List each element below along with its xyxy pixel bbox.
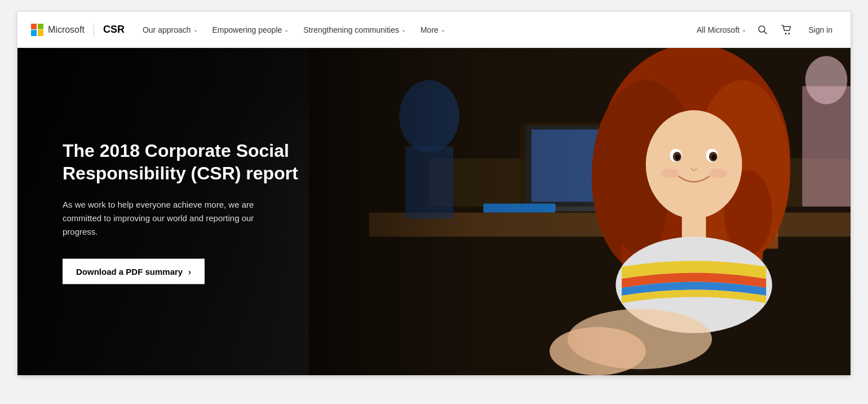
site-header: Microsoft CSR Our approach ⌄ Empowering …: [17, 12, 851, 48]
header-right: All Microsoft ⌄ Sign in: [697, 22, 837, 38]
hero-content: The 2018 Corporate Social Responsibility…: [63, 139, 333, 284]
ms-logo-red: [31, 24, 37, 29]
sign-in-link[interactable]: Sign in: [804, 23, 837, 37]
all-microsoft-dropdown[interactable]: All Microsoft ⌄: [697, 25, 746, 34]
cart-icon: [781, 24, 792, 36]
microsoft-logo-link[interactable]: Microsoft: [31, 24, 85, 36]
ms-logo-green: [38, 24, 43, 29]
nav-strengthening-communities-label: Strengthening communities: [303, 25, 399, 34]
chevron-down-icon: ⌄: [193, 27, 198, 33]
cart-button[interactable]: [779, 22, 795, 38]
chevron-down-icon: ⌄: [742, 27, 746, 33]
nav-empowering-people[interactable]: Empowering people ⌄: [206, 21, 296, 39]
nav-our-approach[interactable]: Our approach ⌄: [136, 21, 205, 39]
chevron-down-icon: ⌄: [401, 27, 406, 33]
microsoft-name: Microsoft: [48, 25, 85, 35]
nav-empowering-people-label: Empowering people: [212, 25, 282, 34]
arrow-icon: ›: [188, 267, 191, 276]
hero-subtitle: As we work to help everyone achieve more…: [63, 198, 288, 239]
nav-strengthening-communities[interactable]: Strengthening communities ⌄: [296, 21, 413, 39]
ms-logo-yellow: [38, 30, 43, 36]
nav-more[interactable]: More ⌄: [414, 21, 452, 39]
svg-point-3: [789, 33, 790, 34]
csr-label: CSR: [103, 24, 125, 36]
page-wrapper: Microsoft CSR Our approach ⌄ Empowering …: [17, 11, 851, 376]
all-microsoft-label: All Microsoft: [697, 25, 739, 34]
header-divider: [94, 23, 94, 37]
download-pdf-label: Download a PDF summary: [76, 267, 183, 276]
hero-section: The 2018 Corporate Social Responsibility…: [17, 48, 851, 375]
search-icon: [758, 25, 768, 35]
nav-more-label: More: [420, 25, 439, 34]
download-pdf-button[interactable]: Download a PDF summary ›: [63, 259, 205, 284]
search-button[interactable]: [755, 23, 770, 37]
svg-point-2: [785, 33, 787, 34]
main-nav: Our approach ⌄ Empowering people ⌄ Stren…: [136, 21, 452, 39]
header-left: Microsoft CSR Our approach ⌄ Empowering …: [31, 21, 452, 39]
chevron-down-icon: ⌄: [284, 27, 289, 33]
hero-title: The 2018 Corporate Social Responsibility…: [63, 139, 333, 185]
nav-our-approach-label: Our approach: [143, 25, 191, 34]
ms-logo-blue: [31, 30, 37, 36]
chevron-down-icon: ⌄: [441, 27, 445, 33]
ms-grid-logo: [31, 24, 43, 36]
svg-line-1: [764, 31, 767, 34]
